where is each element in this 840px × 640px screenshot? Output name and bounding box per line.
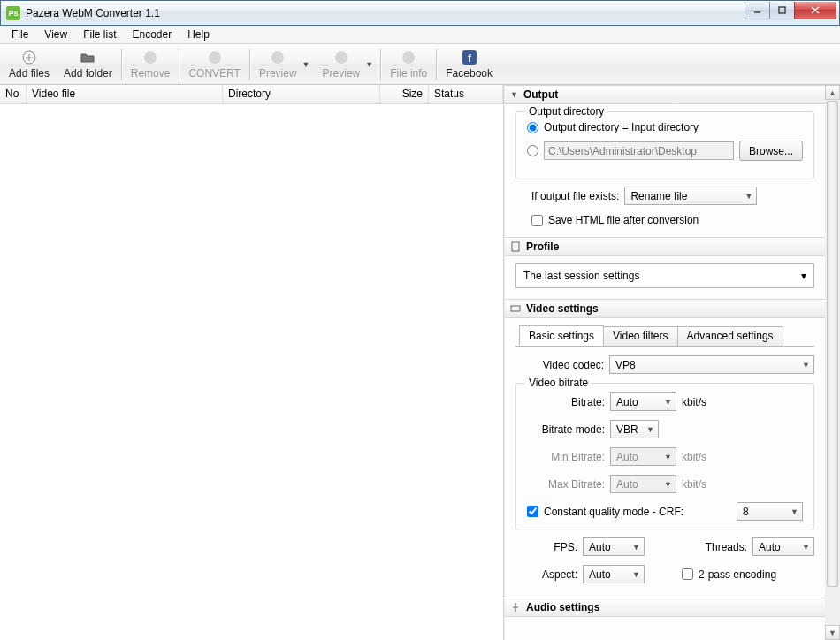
tab-advanced[interactable]: Advanced settings — [677, 326, 783, 347]
tab-basic[interactable]: Basic settings — [519, 325, 604, 346]
section-title: Audio settings — [526, 601, 599, 613]
circle-icon — [401, 50, 416, 65]
bitrate-select[interactable]: Auto▼ — [610, 392, 676, 411]
save-html-label: Save HTML file after conversion — [548, 214, 699, 226]
scroll-thumb[interactable] — [827, 101, 838, 587]
menu-help[interactable]: Help — [179, 27, 218, 42]
preview-1-button[interactable]: Preview ▼ — [252, 45, 316, 84]
fps-select[interactable]: Auto▼ — [583, 537, 645, 556]
browse-button[interactable]: Browse... — [739, 141, 803, 161]
max-bitrate-label: Max Bitrate: — [527, 478, 605, 491]
facebook-button[interactable]: f Facebook — [439, 45, 500, 84]
minimize-button[interactable] — [745, 2, 770, 19]
settings-panel: ▲ ▼ ▼ Output Output directory Output dir… — [504, 85, 840, 640]
list-header: No Video file Directory Size Status — [0, 85, 503, 104]
svg-point-7 — [144, 51, 157, 64]
bitrate-label: Bitrate: — [527, 396, 605, 408]
output-same-dir-label: Output directory = Input directory — [544, 121, 699, 133]
collapse-icon: ▼ — [510, 90, 518, 99]
window-title: Pazera WebM Converter 1.1 — [26, 7, 745, 19]
profile-section-header[interactable]: Profile — [505, 237, 825, 256]
svg-rect-14 — [512, 242, 519, 251]
scroll-down-icon[interactable]: ▼ — [825, 625, 840, 640]
add-files-button[interactable]: Add files — [2, 45, 57, 84]
svg-rect-15 — [511, 306, 520, 311]
menu-file[interactable]: File — [4, 27, 36, 42]
max-bitrate-unit: kbit/s — [682, 478, 706, 491]
cq-select[interactable]: 8▼ — [737, 502, 803, 521]
audio-section-header[interactable]: Audio settings — [505, 598, 825, 617]
min-bitrate-label: Min Bitrate: — [527, 451, 605, 463]
col-size[interactable]: Size — [380, 85, 429, 103]
col-file[interactable]: Video file — [27, 85, 223, 103]
video-codec-select[interactable]: VP8▼ — [609, 355, 814, 374]
circle-icon — [142, 50, 158, 65]
output-section-header[interactable]: ▼ Output — [505, 85, 825, 104]
cq-label: Constant quality mode - CRF: — [544, 506, 683, 518]
max-bitrate-select: Auto▼ — [610, 475, 676, 493]
fps-label: FPS: — [515, 541, 577, 553]
threads-label: Threads: — [706, 541, 747, 553]
col-no[interactable]: No — [0, 85, 27, 103]
twopass-label: 2-pass encoding — [699, 568, 776, 581]
section-title: Profile — [526, 240, 559, 253]
col-dir[interactable]: Directory — [223, 85, 380, 103]
plus-circle-icon — [21, 50, 37, 65]
scrollbar[interactable]: ▲ ▼ — [825, 85, 840, 640]
svg-rect-1 — [779, 7, 785, 13]
tab-filters[interactable]: Video filters — [603, 326, 677, 347]
svg-point-10 — [335, 51, 347, 64]
svg-point-8 — [209, 51, 221, 64]
chevron-down-icon: ▾ — [801, 270, 806, 282]
preview-2-button[interactable]: Preview ▼ — [316, 45, 379, 84]
scroll-up-icon[interactable]: ▲ — [825, 85, 840, 100]
chevron-down-icon[interactable]: ▼ — [302, 60, 309, 69]
maximize-button[interactable] — [769, 2, 795, 19]
circle-icon — [270, 50, 286, 65]
output-exists-select[interactable]: Rename file▼ — [624, 187, 757, 205]
document-icon — [510, 241, 521, 252]
aspect-label: Aspect: — [515, 568, 577, 581]
menu-encoder[interactable]: Encoder — [124, 27, 179, 42]
app-icon: Ps — [6, 6, 20, 20]
twopass-checkbox[interactable] — [682, 568, 693, 580]
circle-icon — [333, 50, 349, 65]
audio-icon — [510, 602, 521, 613]
video-icon — [510, 303, 521, 314]
convert-button[interactable]: CONVERT — [181, 45, 247, 84]
save-html-checkbox[interactable] — [531, 215, 543, 226]
min-bitrate-unit: kbit/s — [682, 451, 706, 463]
menu-filelist[interactable]: File list — [75, 27, 124, 42]
col-status[interactable]: Status — [429, 85, 503, 103]
bitrate-legend: Video bitrate — [525, 377, 592, 389]
add-folder-button[interactable]: Add folder — [57, 45, 119, 84]
bitrate-mode-label: Bitrate mode: — [527, 423, 605, 436]
aspect-select[interactable]: Auto▼ — [583, 565, 645, 583]
bitrate-unit: kbit/s — [682, 396, 706, 408]
output-custom-dir-radio[interactable] — [527, 145, 538, 156]
output-same-dir-radio[interactable] — [527, 122, 538, 133]
file-list-panel: No Video file Directory Size Status — [0, 85, 504, 640]
section-title: Output — [523, 88, 558, 101]
toolbar: Add files Add folder Remove CONVERT Prev… — [0, 44, 840, 85]
video-codec-label: Video codec: — [515, 359, 604, 371]
svg-point-9 — [271, 51, 284, 64]
circle-icon — [207, 50, 223, 65]
bitrate-mode-select[interactable]: VBR▼ — [610, 420, 659, 438]
threads-select[interactable]: Auto▼ — [752, 537, 814, 556]
profile-select[interactable]: The last session settings ▾ — [515, 263, 814, 288]
folder-icon — [80, 50, 95, 65]
video-section-header[interactable]: Video settings — [505, 299, 825, 318]
output-dir-legend: Output directory — [525, 105, 607, 118]
min-bitrate-select: Auto▼ — [610, 447, 676, 466]
output-path-input[interactable] — [544, 141, 734, 160]
close-button[interactable] — [794, 2, 836, 19]
file-info-button[interactable]: File info — [383, 45, 434, 84]
remove-button[interactable]: Remove — [124, 45, 178, 84]
menu-view[interactable]: View — [36, 27, 75, 42]
video-tabs: Basic settings Video filters Advanced se… — [515, 325, 814, 347]
cq-checkbox[interactable] — [527, 506, 538, 517]
chevron-down-icon[interactable]: ▼ — [365, 60, 371, 69]
section-title: Video settings — [526, 302, 599, 315]
svg-point-11 — [402, 51, 415, 64]
